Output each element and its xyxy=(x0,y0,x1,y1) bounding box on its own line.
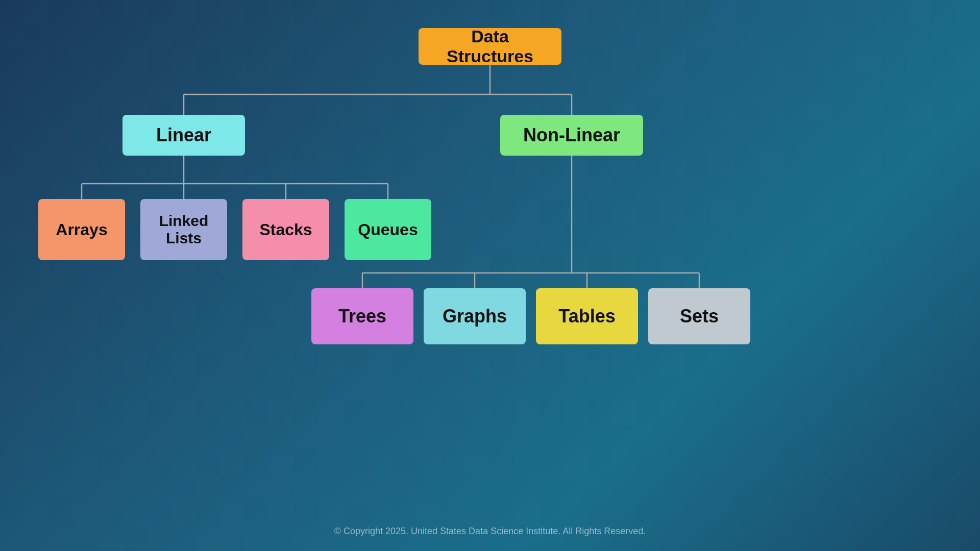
node-tables: Tables xyxy=(536,288,638,344)
footer: © Copyright 2025. United States Data Sci… xyxy=(0,526,980,537)
node-arrays-label: Arrays xyxy=(56,220,107,239)
diagram-container: Data Structures Linear Non-Linear Arrays… xyxy=(0,0,980,551)
node-queues: Queues xyxy=(345,199,431,260)
node-linear-label: Linear xyxy=(156,124,211,146)
node-arrays: Arrays xyxy=(38,199,125,260)
node-nonlinear-label: Non-Linear xyxy=(523,124,620,146)
node-root-label: Data Structures xyxy=(427,27,553,66)
node-sets-label: Sets xyxy=(680,306,719,327)
node-stacks: Stacks xyxy=(242,199,329,260)
node-linked-lists: Linked Lists xyxy=(140,199,227,260)
node-nonlinear: Non-Linear xyxy=(500,115,643,156)
node-stacks-label: Stacks xyxy=(259,220,312,239)
node-linear: Linear xyxy=(122,115,245,156)
footer-text: © Copyright 2025. United States Data Sci… xyxy=(334,526,646,536)
node-root: Data Structures xyxy=(419,28,561,65)
node-queues-label: Queues xyxy=(358,220,418,239)
node-graphs: Graphs xyxy=(424,288,526,344)
node-sets: Sets xyxy=(648,288,750,344)
connectors-svg xyxy=(0,0,980,551)
node-linked-lists-label: Linked Lists xyxy=(149,212,219,247)
node-trees: Trees xyxy=(311,288,413,344)
node-trees-label: Trees xyxy=(338,306,386,327)
node-graphs-label: Graphs xyxy=(443,306,507,327)
node-tables-label: Tables xyxy=(558,306,615,327)
